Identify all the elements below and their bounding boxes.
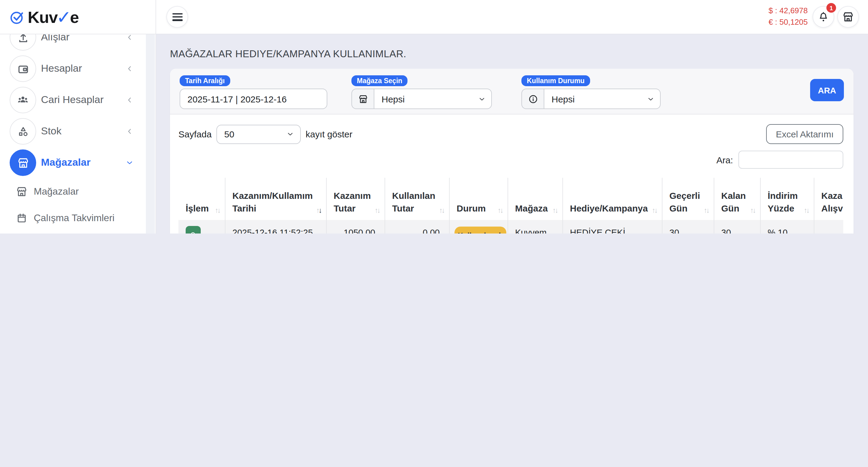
sidebar-item-alislar[interactable]: Alışlar bbox=[0, 34, 146, 53]
page-size-prefix: Sayfada bbox=[179, 129, 212, 139]
column-header-indirim-yuzde[interactable]: İndirim Yüzde↑↓ bbox=[760, 178, 814, 220]
table-search-label: Ara: bbox=[716, 155, 733, 165]
page-title: MAĞAZALAR HEDIYE/KAMPANYA KULLANIMLAR. bbox=[170, 48, 854, 60]
chevron-down-icon bbox=[647, 95, 655, 103]
main-content: MAĞAZALAR HEDIYE/KAMPANYA KULLANIMLAR. T… bbox=[156, 34, 868, 234]
sidebar-item-magazalar[interactable]: Mağazalar bbox=[0, 147, 146, 178]
submenu-item-calisma-takvimleri[interactable]: Çalışma Takvimleri bbox=[0, 205, 146, 231]
usd-rate: $ : 42,6978 bbox=[769, 5, 808, 16]
view-button[interactable] bbox=[186, 226, 201, 234]
sort-icons: ↑↓ bbox=[315, 207, 322, 215]
data-table: İşlem↑↓ Kazanım/Kullamım Tarihi↑↓ Kazanı… bbox=[179, 178, 843, 234]
row-action-cell bbox=[179, 220, 225, 234]
store-select[interactable]: Hepsi bbox=[374, 89, 492, 109]
column-header-kaza-alisv[interactable]: Kaza Alışv bbox=[814, 178, 843, 220]
brand-logo[interactable]: Kuv✓e bbox=[0, 0, 156, 34]
sort-icons: ↑↓ bbox=[749, 207, 756, 215]
currency-rates: $ : 42,6978 € : 50,1205 bbox=[769, 5, 808, 28]
hamburger-icon bbox=[172, 13, 182, 21]
app: $ : 42,6978 € : 50,1205 1 Kuv✓e Alışlar bbox=[0, 0, 868, 234]
column-header-tarihi[interactable]: Kazanım/Kullamım Tarihi↑↓ bbox=[225, 178, 326, 220]
sidebar-toggle-button[interactable] bbox=[166, 6, 188, 28]
sidebar-item-stok[interactable]: Stok bbox=[0, 116, 146, 147]
sidebar-item-label: Hesaplar bbox=[41, 63, 82, 75]
sort-icons: ↑↓ bbox=[651, 207, 658, 215]
usage-select-value: Hepsi bbox=[552, 94, 575, 104]
sort-desc-icon: ↓ bbox=[217, 207, 221, 215]
column-header-kalan-gun[interactable]: Kalan Gün↑↓ bbox=[714, 178, 760, 220]
column-header-kazanim-tutar[interactable]: Kazanım Tutar↑↓ bbox=[326, 178, 384, 220]
submenu-item-label: Mağazalar bbox=[34, 185, 79, 198]
eur-rate: € : 50,1205 bbox=[769, 16, 808, 28]
sidebar-item-label: Alışlar bbox=[41, 34, 69, 43]
sort-icons: ↑↓ bbox=[438, 207, 445, 215]
sort-icons: ↑↓ bbox=[703, 207, 710, 215]
row-discount: % 10 bbox=[760, 220, 814, 234]
table-search-input[interactable] bbox=[738, 151, 843, 169]
row-used: 0.00 bbox=[384, 220, 449, 234]
info-icon bbox=[521, 89, 544, 109]
chevron-left-icon bbox=[125, 96, 134, 104]
column-header-kullanilan-tutar[interactable]: Kullanılan Tutar↑↓ bbox=[384, 178, 449, 220]
store-icon bbox=[10, 150, 36, 176]
brand-name: Kuv✓e bbox=[28, 8, 79, 26]
sort-desc-icon: ↓ bbox=[441, 207, 445, 215]
column-header-hediye-kampanya[interactable]: Hediye/Kampanya↑↓ bbox=[562, 178, 662, 220]
sort-icons: ↑↓ bbox=[551, 207, 558, 215]
sidebar-item-cari-hesaplar[interactable]: Cari Hesaplar bbox=[0, 84, 146, 116]
page-size-select[interactable]: 50 bbox=[216, 124, 301, 144]
table-row: 2025-12-16 11:52:2516 Aralık 2025 1050.0… bbox=[179, 220, 843, 234]
row-earned: 1050.00 bbox=[326, 220, 384, 234]
row-truncated-value: 1 bbox=[814, 220, 843, 234]
usage-filter: Kullanım Durumu Hepsi bbox=[521, 75, 661, 114]
date-range-filter: Tarih Aralığı bbox=[180, 75, 327, 114]
notifications-button[interactable]: 1 bbox=[812, 6, 834, 28]
sort-desc-icon: ↓ bbox=[500, 207, 504, 215]
column-header-islem[interactable]: İşlem↑↓ bbox=[179, 178, 225, 220]
excel-export-button[interactable]: Excel Aktarımı bbox=[766, 124, 843, 144]
chevron-left-icon bbox=[125, 64, 134, 73]
column-header-magaza[interactable]: Mağaza↑↓ bbox=[507, 178, 562, 220]
usage-select[interactable]: Hepsi bbox=[544, 89, 661, 109]
sort-desc-icon: ↓ bbox=[654, 207, 658, 215]
search-icon bbox=[189, 230, 197, 234]
sidebar-item-label: Mağazalar bbox=[41, 157, 90, 169]
sidebar-item-label: Stok bbox=[41, 125, 61, 137]
date-range-input[interactable] bbox=[180, 89, 327, 109]
sidebar: Kuv✓e Alışlar Hesaplar Cari Hesaplar bbox=[0, 0, 156, 234]
wallet-icon bbox=[10, 56, 36, 82]
content-card: Tarih Aralığı Mağaza Seçin Hepsi Kullanı… bbox=[170, 69, 854, 234]
sort-icons: ↑↓ bbox=[496, 207, 504, 215]
sidebar-item-hesaplar[interactable]: Hesaplar bbox=[0, 53, 146, 84]
sort-desc-icon: ↓ bbox=[752, 207, 756, 215]
brand-check-icon: ✓ bbox=[56, 7, 71, 27]
sidebar-nav: Alışlar Hesaplar Cari Hesaplar Stok bbox=[0, 34, 146, 234]
bell-icon bbox=[817, 11, 830, 23]
row-datetime: 2025-12-16 11:52:25 bbox=[232, 226, 318, 234]
upload-icon bbox=[10, 34, 36, 51]
search-button[interactable]: ARA bbox=[810, 79, 844, 101]
store-quick-button[interactable] bbox=[837, 6, 859, 28]
store-select-value: Hepsi bbox=[381, 94, 405, 104]
row-store: Kuvvem Pendik bbox=[507, 220, 562, 234]
submenu-item-magazalar[interactable]: Mağazalar bbox=[0, 178, 146, 205]
row-date-cell: 2025-12-16 11:52:2516 Aralık 2025 bbox=[225, 220, 326, 234]
sort-icons: ↑↓ bbox=[214, 207, 221, 215]
chevron-down-icon bbox=[286, 130, 294, 138]
store-filter-label: Mağaza Seçin bbox=[351, 75, 408, 86]
column-header-gecerli-gun[interactable]: Geçerli Gün↑↓ bbox=[662, 178, 714, 220]
usage-filter-label: Kullanım Durumu bbox=[521, 75, 590, 86]
data-table-wrapper: İşlem↑↓ Kazanım/Kullamım Tarihi↑↓ Kazanı… bbox=[179, 178, 843, 234]
sort-desc-icon: ↓ bbox=[706, 207, 710, 215]
column-header-durum[interactable]: Durum↑↓ bbox=[449, 178, 507, 220]
submenu-item-label: Çalışma Takvimleri bbox=[34, 212, 115, 225]
chevron-left-icon bbox=[125, 127, 134, 135]
store-icon bbox=[351, 89, 374, 109]
sidebar-scrollbar[interactable] bbox=[146, 34, 155, 234]
date-range-label: Tarih Aralığı bbox=[180, 75, 230, 86]
page-size-suffix: kayıt göster bbox=[306, 129, 352, 139]
sort-icons: ↑↓ bbox=[803, 207, 810, 215]
sort-icons: ↑↓ bbox=[373, 207, 381, 215]
table-toolbar: Sayfada 50 kayıt göster Excel Aktarımı A… bbox=[170, 115, 854, 234]
submenu-item-magaza-transferler[interactable]: Mağaza Transferler bbox=[0, 231, 146, 234]
